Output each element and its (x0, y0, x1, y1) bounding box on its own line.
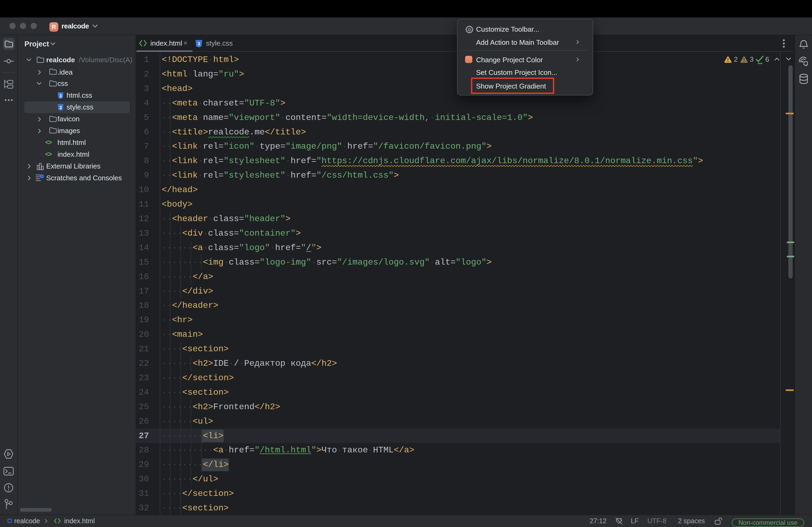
svg-text:3: 3 (198, 41, 200, 46)
svg-text:3: 3 (59, 93, 62, 99)
svg-text:3: 3 (59, 105, 62, 110)
